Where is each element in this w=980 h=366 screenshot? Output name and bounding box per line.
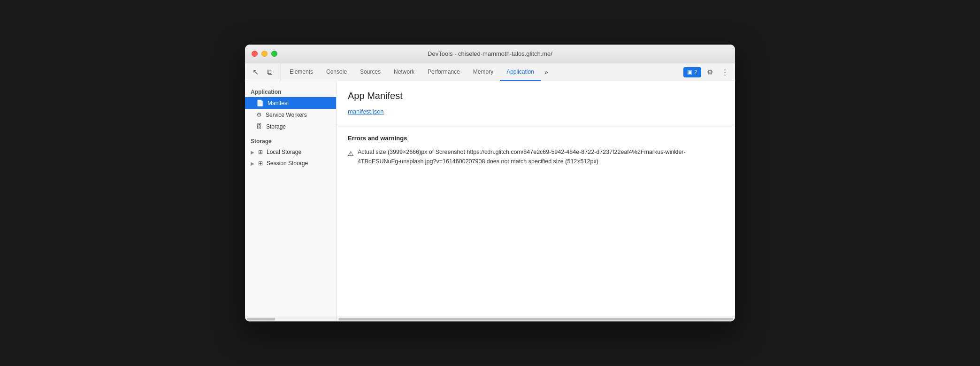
bottom-row <box>245 316 735 321</box>
tab-application[interactable]: Application <box>500 63 541 81</box>
sidebar-bottom-scrollbar <box>245 316 337 321</box>
sidebar-item-storage[interactable]: 🗄 Storage <box>245 121 336 132</box>
main-area: Application 📄 Manifest ⚙ Service Workers… <box>245 81 735 316</box>
storage-icon: 🗄 <box>256 123 262 130</box>
manifest-label: Manifest <box>268 100 289 107</box>
badge-count: 2 <box>694 69 697 76</box>
cursor-icon: ↖ <box>253 68 259 76</box>
storage-label: Storage <box>266 123 286 130</box>
sidebar: Application 📄 Manifest ⚙ Service Workers… <box>245 81 337 316</box>
sidebar-item-service-workers[interactable]: ⚙ Service Workers <box>245 109 336 121</box>
tab-list: Elements Console Sources Network Perform… <box>283 63 683 81</box>
warning-icon: ⚠ <box>348 148 354 159</box>
maximize-button[interactable] <box>271 51 277 57</box>
content-bottom-scrollbar <box>337 316 735 321</box>
titlebar: DevTools - chiseled-mammoth-talos.glitch… <box>245 45 735 63</box>
traffic-lights <box>252 51 277 57</box>
session-storage-label: Session Storage <box>267 160 308 167</box>
sidebar-item-manifest[interactable]: 📄 Manifest <box>245 97 336 109</box>
sidebar-item-session-storage[interactable]: ▶ ⊞ Session Storage <box>245 158 336 169</box>
tab-sources[interactable]: Sources <box>353 63 387 81</box>
layers-icon-button[interactable]: ⧉ <box>263 66 276 79</box>
settings-button[interactable]: ⚙ <box>703 66 716 79</box>
tab-console[interactable]: Console <box>320 63 353 81</box>
service-workers-icon: ⚙ <box>256 111 262 118</box>
tab-network[interactable]: Network <box>387 63 421 81</box>
tab-memory[interactable]: Memory <box>467 63 500 81</box>
more-icon: ⋮ <box>721 68 728 76</box>
tab-elements[interactable]: Elements <box>283 63 320 81</box>
errors-section: Errors and warnings ⚠ Actual size (3999×… <box>337 125 735 175</box>
devtools-window: DevTools - chiseled-mammoth-talos.glitch… <box>245 45 735 321</box>
session-storage-table-icon: ⊞ <box>258 160 263 167</box>
toolbar-right: ▣ 2 ⚙ ⋮ <box>683 63 731 81</box>
sidebar-item-local-storage[interactable]: ▶ ⊞ Local Storage <box>245 146 336 158</box>
minimize-button[interactable] <box>261 51 268 57</box>
session-storage-expand-arrow: ▶ <box>251 161 254 166</box>
window-title: DevTools - chiseled-mammoth-talos.glitch… <box>428 50 552 57</box>
tab-performance[interactable]: Performance <box>421 63 467 81</box>
content-panel: App Manifest manifest.json Errors and wa… <box>337 81 735 316</box>
messages-badge-button[interactable]: ▣ 2 <box>683 67 701 77</box>
gear-icon: ⚙ <box>707 68 713 76</box>
app-manifest-section: App Manifest manifest.json <box>337 81 735 125</box>
service-workers-label: Service Workers <box>266 112 307 118</box>
manifest-icon: 📄 <box>256 99 264 107</box>
toolbar: ↖ ⧉ Elements Console Sources Network Per… <box>245 63 735 81</box>
local-storage-expand-arrow: ▶ <box>251 150 254 155</box>
local-storage-table-icon: ⊞ <box>258 149 263 155</box>
badge-icon: ▣ <box>687 69 692 76</box>
app-manifest-title: App Manifest <box>348 91 724 101</box>
errors-title: Errors and warnings <box>348 135 724 142</box>
sidebar-horizontal-scrollbar[interactable] <box>247 318 275 320</box>
layers-icon: ⧉ <box>267 68 272 76</box>
storage-section-label: Storage <box>245 132 336 146</box>
more-options-button[interactable]: ⋮ <box>718 66 731 79</box>
error-item: ⚠ Actual size (3999×2666)px of Screensho… <box>348 147 724 166</box>
close-button[interactable] <box>252 51 258 57</box>
local-storage-label: Local Storage <box>267 149 301 155</box>
cursor-icon-button[interactable]: ↖ <box>249 66 262 79</box>
error-text: Actual size (3999×2666)px of Screenshot … <box>358 147 724 166</box>
manifest-json-link[interactable]: manifest.json <box>348 108 384 115</box>
tab-overflow-button[interactable]: » <box>541 63 552 81</box>
application-section-label: Application <box>245 85 336 97</box>
toolbar-icon-group: ↖ ⧉ <box>249 63 281 81</box>
content-horizontal-scrollbar[interactable] <box>338 318 733 320</box>
